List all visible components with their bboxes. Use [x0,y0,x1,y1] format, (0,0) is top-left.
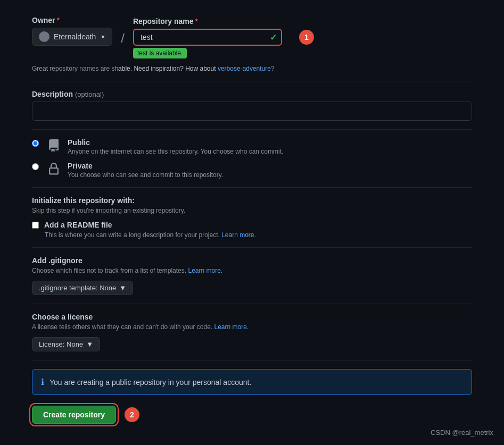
public-desc: Anyone on the internet can see this repo… [68,148,283,155]
hint-text: Great repository names are shable. Need … [32,65,472,72]
description-label: Description(optional) [32,90,472,98]
gitignore-learn-more-link[interactable]: Learn more. [188,267,222,274]
annotation-bubble-1: 1 [299,30,314,45]
license-dropdown[interactable]: License: None ▼ [32,337,100,351]
license-learn-more-link[interactable]: Learn more. [214,323,249,331]
create-repo-wrapper: Create repository 2 [32,406,116,424]
init-title: Initialize this repository with: [32,196,472,205]
private-label: Private [68,162,223,170]
gitignore-dropdown[interactable]: .gitignore template: None ▼ [32,281,133,295]
lock-icon [45,161,62,178]
gitignore-title: Add .gitignore [32,256,472,265]
private-desc: You choose who can see and commit to thi… [68,171,223,179]
private-radio[interactable] [32,163,39,170]
readme-label[interactable]: Add a README file [44,221,112,229]
license-title: Choose a license [32,313,472,321]
availability-tooltip: test is available. [133,48,187,58]
info-box-text: You are creating a public repository in … [49,378,251,387]
info-icon: ℹ [41,377,44,387]
owner-avatar [39,31,49,42]
owner-label: Owner* [32,16,112,24]
chevron-down-icon: ▼ [86,340,93,348]
chevron-down-icon: ▼ [100,34,105,40]
description-input[interactable] [32,102,472,121]
public-label: Public [68,138,283,147]
readme-row: Add a README file [32,221,472,229]
chevron-down-icon: ▼ [119,284,126,292]
repo-name-label: Repository name* [133,17,282,26]
repo-name-input[interactable] [133,29,282,46]
readme-learn-more-link[interactable]: Learn more. [221,231,256,239]
path-separator: / [121,31,125,46]
init-subtitle: Skip this step if you're importing an ex… [32,207,472,214]
public-icon [45,137,62,154]
readme-checkbox[interactable] [32,222,39,229]
owner-dropdown[interactable]: Eternaldeath ▼ [32,28,112,46]
public-radio[interactable] [32,140,39,147]
license-desc: A license tells others what they can and… [32,323,472,331]
public-option: Public Anyone on the internet can see th… [32,138,472,155]
readme-desc: This is where you can write a long descr… [45,231,472,239]
info-box: ℹ You are creating a public repository i… [32,369,472,395]
annotation-bubble-2: 2 [125,407,139,422]
owner-name: Eternaldeath [54,32,96,41]
checkmark-icon: ✓ [270,32,277,43]
suggestion-link[interactable]: verbose-adventure [218,65,271,72]
private-option: Private You choose who can see and commi… [32,162,472,179]
create-repo-button[interactable]: Create repository [32,406,116,424]
gitignore-desc: Choose which files not to track from a l… [32,267,472,274]
watermark: CSDN @real_metrix [431,429,493,436]
